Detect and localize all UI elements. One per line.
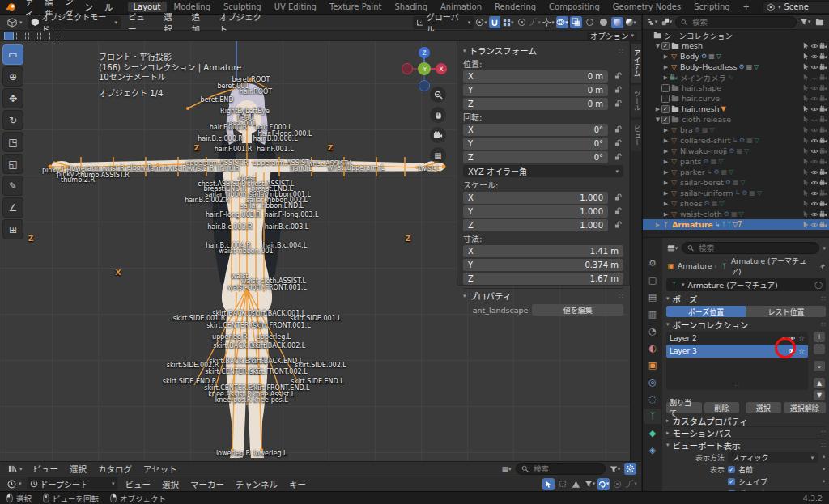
selectable-cursor-icon[interactable] (802, 42, 810, 49)
collection-checkbox[interactable]: ✓ (661, 42, 670, 50)
eye-icon[interactable] (810, 53, 818, 61)
data-name-field[interactable]: ᛉ ▾ Armature (アーマチュア) ◯ (666, 278, 826, 291)
fake-user-icon[interactable]: ◯ (814, 281, 823, 289)
render-camera-icon[interactable] (819, 63, 827, 71)
move-up-button[interactable]: ▲ (814, 378, 825, 388)
show-overlays-toggle[interactable]: ▾ (556, 16, 568, 28)
breadcrumb-data[interactable]: Armature (アーマチュア) (731, 256, 816, 277)
tool-move[interactable]: ✥ (2, 88, 23, 108)
eye-icon[interactable] (810, 221, 818, 229)
outliner-row-hair.shape[interactable]: hair.shape (643, 83, 829, 93)
tool-select-box[interactable]: ▭ (2, 44, 23, 65)
render-camera-icon[interactable] (819, 74, 827, 82)
properties-tab-bone-constraint[interactable]: ◈ (644, 443, 661, 458)
collection-checkbox[interactable]: ✓ (661, 116, 670, 124)
selectable-cursor-icon[interactable] (802, 95, 810, 102)
bone-collections-header[interactable]: ▾ボーンコレクション ∷ (666, 319, 826, 330)
snap-settings-dropdown[interactable]: ▾ (502, 16, 514, 28)
new-collection-icon[interactable] (814, 16, 826, 28)
expand-icon[interactable]: ▶ (662, 201, 670, 207)
checkbox-シェイプ[interactable]: ✓ (728, 478, 735, 485)
solo-star-icon[interactable]: ☆ (798, 347, 805, 355)
tool-annotate[interactable]: ✎ (2, 176, 23, 196)
remove-button[interactable]: − (814, 344, 825, 354)
lock-open-icon[interactable] (612, 86, 623, 94)
action-button-割り当て[interactable]: 割り当て (666, 402, 702, 413)
panel-grip-icon[interactable]: ∷ (821, 429, 826, 437)
n-tab-アイテム[interactable]: アイテム (631, 44, 641, 83)
expand-icon[interactable]: ▶ (662, 211, 670, 218)
render-camera-icon[interactable] (819, 221, 827, 229)
properties-search-input[interactable] (697, 243, 814, 253)
shading-material-button[interactable] (611, 17, 623, 28)
n-tab-ビュー[interactable]: ビュー (631, 120, 641, 152)
animate-dot-icon[interactable]: • (822, 454, 826, 461)
animate-dot-icon[interactable]: • (822, 466, 826, 473)
lock-open-icon[interactable] (612, 139, 623, 147)
expand-icon[interactable]: ▶ (662, 159, 670, 165)
animate-dot-icon[interactable]: • (822, 478, 826, 485)
properties-tab-world[interactable]: ◐ (644, 341, 661, 356)
dopesheet-mode-dropdown[interactable]: ドープシート ▾ (27, 477, 118, 490)
rotation-field-Y[interactable]: Y0° (463, 138, 608, 150)
eye-icon[interactable] (810, 200, 818, 208)
outliner-row-Niwako-moji[interactable]: ▶▽Niwako-moji⚙▦▽ (643, 146, 829, 156)
properties-tab-view-layer[interactable]: ▥ (644, 307, 661, 322)
select-mode-invert[interactable] (40, 32, 50, 40)
workspace-tab-Texture Paint[interactable]: Texture Paint (324, 2, 388, 12)
collection-checkbox[interactable] (661, 84, 670, 92)
mode-dropdown[interactable]: オブジェクトモード ▾ (28, 16, 121, 29)
lock-open-icon[interactable] (612, 221, 623, 229)
dope-menu-キー[interactable]: キー (283, 478, 312, 490)
tool-add-cube[interactable]: ⊞ (2, 219, 23, 239)
dope-menu-マーカー[interactable]: マーカー (185, 478, 230, 490)
outliner-row-シーンコレクション[interactable]: シーンコレクション (643, 30, 829, 40)
filter-icon[interactable]: ▾ (799, 16, 811, 28)
render-camera-icon[interactable] (819, 42, 827, 50)
location-field-Y[interactable]: Y0 m (463, 84, 608, 96)
workspace-tab-Geometry Nodes[interactable]: Geometry Nodes (607, 2, 687, 12)
selectable-cursor-icon[interactable] (802, 147, 810, 155)
render-camera-icon[interactable] (819, 137, 827, 145)
properties-tab-bone[interactable]: ◆ (644, 426, 661, 441)
outliner-search-input[interactable] (691, 17, 791, 28)
outliner-row-waist-cloth[interactable]: ▶▽waist-cloth⚙▦▽ (643, 209, 829, 219)
viewport-canvas[interactable]: beret.ROOTberet.001hair.ROOTberet.ENDRig… (0, 41, 641, 461)
outliner-row-hair.mesh[interactable]: ▶✓hair.mesh▼ (643, 104, 829, 114)
render-camera-icon[interactable] (819, 84, 827, 92)
properties-tab-object-data[interactable]: ᛉ (644, 409, 661, 424)
viewport-display-header[interactable]: ▾ビューポート表示 ∷ (666, 438, 826, 451)
panel-grip-icon[interactable]: ∷ (619, 292, 623, 300)
list-resize-grip[interactable]: ∷ (735, 381, 739, 388)
dope-menu-選択[interactable]: 選択 (156, 478, 185, 490)
asset-menu-カタログ[interactable]: カタログ (92, 463, 138, 475)
proportional-editing-icon[interactable] (516, 16, 528, 28)
eye-icon[interactable] (810, 126, 818, 134)
render-camera-icon[interactable] (819, 126, 827, 134)
lock-open-icon[interactable] (612, 100, 623, 108)
eye-icon[interactable] (810, 158, 818, 166)
collapse-icon[interactable]: ▼ (654, 43, 661, 49)
eye-icon[interactable] (810, 189, 818, 197)
dimension-field-X[interactable]: X1.41 m (463, 245, 623, 257)
eye-icon[interactable] (810, 95, 818, 103)
select-mode-new[interactable] (4, 32, 14, 40)
pose-button-レスト位置[interactable]: レスト位置 (746, 306, 826, 317)
lock-open-icon[interactable] (612, 72, 623, 80)
lock-open-icon[interactable] (612, 125, 623, 133)
editor-type-button[interactable]: ▾ (4, 16, 26, 29)
outliner-row-メインカメラ[interactable]: ▶メインカメラ∿ (643, 72, 829, 83)
selectable-cursor-icon[interactable] (802, 210, 810, 218)
select-mode-extend[interactable] (16, 32, 26, 40)
expand-icon[interactable]: ▶ (662, 74, 670, 81)
eye-icon[interactable] (810, 168, 818, 176)
edit-value-button[interactable]: 値を編集 (532, 304, 623, 316)
options-dropdown[interactable]: オプション ▾ (587, 32, 637, 40)
asset-editor-type-button[interactable]: ▾ (5, 463, 26, 476)
selectable-cursor-icon[interactable] (802, 74, 810, 81)
show-gizmo-dropdown[interactable]: ▾ (542, 16, 555, 28)
properties-tab-constraints[interactable]: ◎ (644, 375, 661, 390)
pin-icon[interactable] (818, 263, 826, 270)
expand-icon[interactable]: ▶ (654, 106, 661, 112)
snap-keys-icon[interactable]: ▾ (597, 478, 610, 490)
